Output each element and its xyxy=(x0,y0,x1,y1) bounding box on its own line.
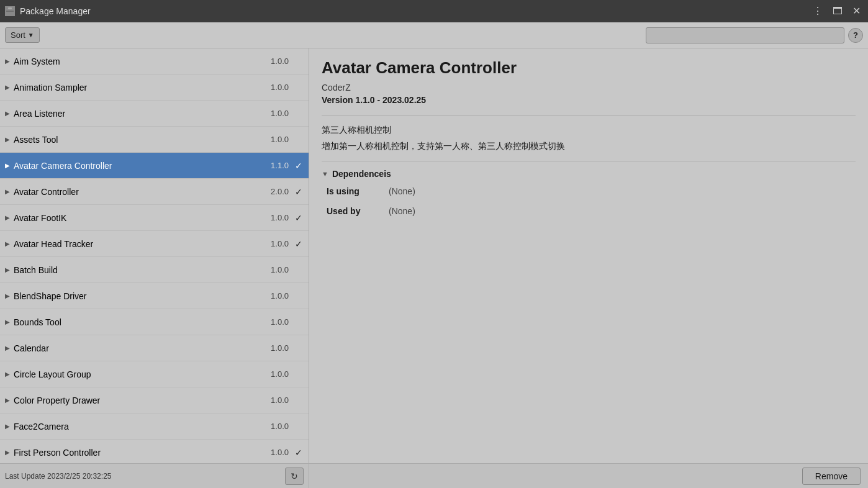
close-button[interactable]: ✕ xyxy=(850,5,863,17)
package-name: Face2Camera xyxy=(14,422,271,432)
package-name: Color Property Drawer xyxy=(14,395,271,405)
package-item[interactable]: ▶Avatar Controller2.0.0✓ xyxy=(0,179,309,205)
dep-triangle-icon: ▼ xyxy=(322,170,328,178)
dep-used-by-row: Used by (None) xyxy=(322,206,856,216)
package-item[interactable]: ▶Circle Layout Group1.0.0 xyxy=(0,361,309,387)
refresh-button[interactable]: ↻ xyxy=(285,468,304,485)
package-item[interactable]: ▶Avatar FootIK1.0.0✓ xyxy=(0,205,309,231)
package-item[interactable]: ▶BlendShape Driver1.0.0 xyxy=(0,283,309,309)
package-version: 1.0.0 xyxy=(271,265,289,274)
svg-rect-0 xyxy=(6,9,14,15)
package-item[interactable]: ▶Batch Build1.0.0 xyxy=(0,257,309,283)
package-version: 1.0.0 xyxy=(271,213,289,222)
window-title: Package Manager xyxy=(20,6,91,16)
package-version: 1.0.0 xyxy=(271,422,289,431)
package-version: 1.0.0 xyxy=(271,369,289,379)
package-item[interactable]: ▶Bounds Tool1.0.0 xyxy=(0,309,309,335)
chevron-icon: ▶ xyxy=(5,371,10,377)
package-item[interactable]: ▶First Person Controller1.0.0✓ xyxy=(0,440,309,463)
package-version: 1.1.0 xyxy=(271,161,289,170)
package-icon xyxy=(5,6,15,16)
chevron-icon: ▶ xyxy=(5,449,10,456)
package-name: Animation Sampler xyxy=(14,83,271,93)
package-item[interactable]: ▶Avatar Head Tracker1.0.0✓ xyxy=(0,231,309,257)
package-installed-check: ✓ xyxy=(294,448,304,458)
help-button[interactable]: ? xyxy=(848,28,863,43)
last-update-text: Last Update 2023/2/25 20:32:25 xyxy=(5,472,111,481)
package-version: 1.0.0 xyxy=(271,135,289,144)
title-bar-controls: ⋮ 🗖 ✕ xyxy=(810,5,863,17)
detail-title: Avatar Camera Controller xyxy=(322,58,856,78)
package-version: 1.0.0 xyxy=(271,291,289,300)
title-bar: Package Manager ⋮ 🗖 ✕ xyxy=(0,0,868,22)
detail-version: Version 1.1.0 - 2023.02.25 xyxy=(322,95,856,105)
chevron-icon: ▶ xyxy=(5,136,10,143)
chevron-icon: ▶ xyxy=(5,345,10,351)
status-bar: Last Update 2023/2/25 20:32:25 ↻ xyxy=(0,463,309,488)
right-panel: Avatar Camera Controller CoderZ Version … xyxy=(309,48,868,488)
package-name: Assets Tool xyxy=(14,135,271,145)
package-item[interactable]: ▶Animation Sampler1.0.0 xyxy=(0,75,309,101)
package-item[interactable]: ▶Color Property Drawer1.0.0 xyxy=(0,387,309,413)
package-version: 1.0.0 xyxy=(271,83,289,92)
chevron-icon: ▶ xyxy=(5,266,10,273)
package-installed-check: ✓ xyxy=(294,213,304,223)
package-name: Avatar Controller xyxy=(14,187,271,197)
left-panel: ▶Aim System1.0.0▶Animation Sampler1.0.0▶… xyxy=(0,48,309,488)
package-version: 1.0.0 xyxy=(271,56,289,66)
chevron-icon: ▶ xyxy=(5,240,10,247)
search-input[interactable] xyxy=(646,27,844,43)
package-name: Avatar Camera Controller xyxy=(14,161,271,171)
main-content: ▶Aim System1.0.0▶Animation Sampler1.0.0▶… xyxy=(0,48,868,488)
package-name: Batch Build xyxy=(14,265,271,275)
remove-button[interactable]: Remove xyxy=(802,468,861,485)
package-version: 1.0.0 xyxy=(271,317,289,327)
package-installed-check: ✓ xyxy=(294,161,304,171)
detail-divider-2 xyxy=(322,161,856,161)
dependencies-label: Dependenceis xyxy=(332,169,391,179)
package-name: Bounds Tool xyxy=(14,317,271,327)
chevron-icon: ▶ xyxy=(5,423,10,430)
detail-author: CoderZ xyxy=(322,83,856,93)
package-version: 1.0.0 xyxy=(271,395,289,405)
chevron-icon: ▶ xyxy=(5,188,10,195)
detail-divider xyxy=(322,115,856,115)
package-item[interactable]: ▶Face2Camera1.0.0 xyxy=(0,413,309,440)
package-name: Aim System xyxy=(14,56,271,66)
package-name: First Person Controller xyxy=(14,448,271,458)
more-options-button[interactable]: ⋮ xyxy=(810,5,825,17)
package-item[interactable]: ▶Calendar1.0.0 xyxy=(0,335,309,361)
chevron-icon: ▶ xyxy=(5,84,10,91)
package-name: Circle Layout Group xyxy=(14,369,271,379)
package-version: 2.0.0 xyxy=(271,187,289,196)
detail-footer: Remove xyxy=(309,463,868,488)
package-item[interactable]: ▶Area Listener1.0.0 xyxy=(0,101,309,127)
package-item[interactable]: ▶Aim System1.0.0 xyxy=(0,48,309,75)
package-version: 1.0.0 xyxy=(271,109,289,118)
dep-used-by-value: (None) xyxy=(389,206,415,216)
package-item[interactable]: ▶Avatar Camera Controller1.1.0✓ xyxy=(0,153,309,179)
chevron-icon: ▶ xyxy=(5,292,10,299)
package-version: 1.0.0 xyxy=(271,343,289,353)
package-version: 1.0.0 xyxy=(271,448,289,457)
package-name: Area Listener xyxy=(14,109,271,119)
package-name: Calendar xyxy=(14,343,271,353)
package-item[interactable]: ▶Assets Tool1.0.0 xyxy=(0,127,309,153)
search-bar: ? xyxy=(646,27,863,43)
svg-rect-1 xyxy=(8,7,12,9)
package-name: BlendShape Driver xyxy=(14,291,271,301)
dep-used-by-label: Used by xyxy=(327,206,389,216)
maximize-button[interactable]: 🗖 xyxy=(830,5,845,17)
package-name: Avatar Head Tracker xyxy=(14,239,271,249)
chevron-icon: ▶ xyxy=(5,319,10,325)
sort-button[interactable]: Sort ▼ xyxy=(5,27,40,43)
detail-content: Avatar Camera Controller CoderZ Version … xyxy=(309,48,868,463)
toolbar: Sort ▼ ? xyxy=(0,22,868,48)
dependencies-header: ▼ Dependenceis xyxy=(322,169,856,179)
dependencies-section: ▼ Dependenceis Is using (None) Used by (… xyxy=(322,169,856,216)
sort-arrow-icon: ▼ xyxy=(28,32,34,38)
package-version: 1.0.0 xyxy=(271,239,289,248)
package-installed-check: ✓ xyxy=(294,187,304,197)
detail-description-line2: 增加第一人称相机控制，支持第一人称、第三人称控制模式切换 xyxy=(322,139,856,153)
package-list: ▶Aim System1.0.0▶Animation Sampler1.0.0▶… xyxy=(0,48,309,463)
